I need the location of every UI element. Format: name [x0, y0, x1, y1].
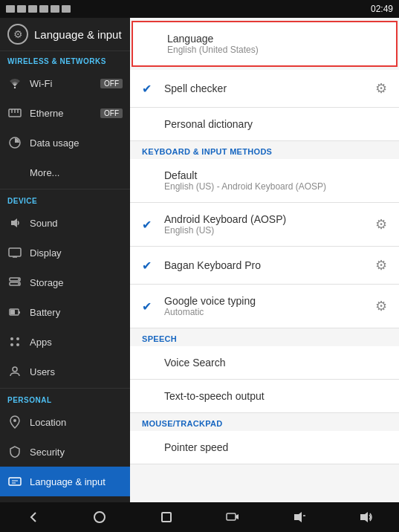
spell-checker-settings-icon[interactable]: ⚙: [375, 80, 387, 97]
sidebar-item-sound-label: Sound: [30, 218, 58, 229]
main-layout: ⚙ Language & input WIRELESS & NETWORKS W…: [0, 18, 399, 502]
divider-device: [0, 189, 130, 189]
svg-marker-6: [11, 218, 17, 227]
sidebar-item-data-usage[interactable]: Data usage: [0, 128, 130, 158]
page-title-icon: ⚙: [7, 24, 28, 45]
sidebar-item-more[interactable]: More...: [0, 158, 130, 187]
default-keyboard-texts: Default English (US) - Android Keyboard …: [164, 169, 387, 192]
tts-item[interactable]: Text-to-speech output: [130, 380, 399, 413]
sidebar-item-language-label: Language & input: [30, 476, 106, 487]
google-voice-typing-item[interactable]: ✔ Google voice typing Automatic ⚙: [130, 285, 399, 328]
google-voice-settings-icon[interactable]: ⚙: [375, 298, 387, 314]
users-icon: [7, 364, 22, 379]
vol-down-button[interactable]: [285, 506, 314, 528]
svg-rect-32: [227, 513, 236, 520]
svg-point-18: [16, 337, 19, 340]
sidebar-item-storage-label: Storage: [30, 277, 64, 288]
android-keyboard-settings-icon[interactable]: ⚙: [375, 216, 387, 233]
language-item[interactable]: Language English (United States): [132, 21, 398, 67]
android-keyboard-subtitle: English (US): [164, 225, 368, 236]
default-keyboard-title: Default: [164, 169, 387, 181]
display-icon: [7, 245, 22, 260]
sidebar-item-language-input[interactable]: Language & input: [0, 467, 130, 496]
divider-personal: [0, 388, 130, 389]
sidebar-item-display[interactable]: Display: [0, 238, 130, 267]
personal-dictionary-item[interactable]: Personal dictionary: [130, 108, 399, 141]
status-icon-1: [6, 5, 15, 13]
data-usage-icon: [7, 135, 22, 150]
personal-dict-texts: Personal dictionary: [164, 118, 387, 130]
content-area: Language English (United States) ✔ Spell…: [130, 18, 399, 502]
svg-point-20: [16, 343, 19, 346]
tts-texts: Text-to-speech output: [164, 390, 387, 402]
sound-icon: [7, 215, 22, 230]
mouse-section-header: MOUSE/TRACKPAD: [130, 413, 399, 431]
back-button[interactable]: [19, 506, 48, 528]
svg-rect-31: [162, 513, 171, 522]
android-keyboard-title: Android Keyboard (AOSP): [164, 213, 368, 225]
nav-bar: [0, 502, 399, 532]
sidebar-item-sound[interactable]: Sound: [0, 208, 130, 238]
svg-marker-36: [360, 512, 368, 522]
svg-point-22: [13, 419, 16, 422]
recent-button[interactable]: [152, 506, 181, 528]
sidebar-item-apps[interactable]: Apps: [0, 327, 130, 357]
svg-marker-34: [294, 512, 302, 522]
ethernet-icon: [7, 106, 22, 120]
sidebar-item-more-label: More...: [30, 167, 59, 178]
sidebar-item-display-label: Display: [30, 247, 62, 259]
sidebar-item-backup-reset[interactable]: Backup & reset: [0, 496, 130, 502]
sidebar-item-battery[interactable]: Battery: [0, 297, 130, 327]
sidebar-item-data-label: Data usage: [30, 137, 80, 149]
spell-checker-item[interactable]: ✔ Spell checker ⚙: [130, 70, 399, 108]
default-keyboard-item[interactable]: Default English (US) - Android Keyboard …: [130, 159, 399, 203]
section-wireless: WIRELESS & NETWORKS: [0, 51, 130, 68]
android-keyboard-texts: Android Keyboard (AOSP) English (US): [164, 213, 368, 236]
voice-search-texts: Voice Search: [164, 357, 387, 369]
sidebar-item-security-label: Security: [30, 447, 65, 458]
wifi-toggle[interactable]: OFF: [100, 79, 123, 88]
voice-search-item[interactable]: Voice Search: [130, 346, 399, 380]
svg-point-17: [10, 337, 13, 340]
google-voice-texts: Google voice typing Automatic: [164, 295, 368, 317]
section-personal: PERSONAL: [0, 390, 130, 407]
page-title-section: ⚙ Language & input: [0, 18, 130, 51]
sidebar-item-battery-label: Battery: [30, 307, 60, 318]
bagan-keyboard-settings-icon[interactable]: ⚙: [375, 257, 387, 273]
sidebar-item-ethernet[interactable]: Etherne OFF: [0, 98, 130, 128]
bagan-keyboard-title: Bagan Keyboard Pro: [164, 259, 368, 271]
bagan-keyboard-texts: Bagan Keyboard Pro: [164, 259, 368, 271]
svg-rect-23: [9, 478, 21, 485]
sidebar-item-storage[interactable]: Storage: [0, 267, 130, 297]
home-button[interactable]: [85, 506, 114, 528]
sidebar-item-location[interactable]: Location: [0, 407, 130, 437]
sidebar-item-users[interactable]: Users: [0, 357, 130, 386]
android-keyboard-check-icon: ✔: [142, 218, 157, 232]
ethernet-toggle[interactable]: OFF: [100, 108, 123, 118]
spell-checker-check-icon: ✔: [142, 82, 157, 96]
camera-button[interactable]: [218, 506, 247, 528]
svg-rect-7: [9, 248, 21, 256]
sidebar-item-wifi[interactable]: Wi-Fi OFF: [0, 68, 130, 98]
sidebar-item-security[interactable]: Security: [0, 437, 130, 467]
spell-checker-title: Spell checker: [164, 82, 368, 94]
svg-point-12: [18, 279, 19, 280]
svg-point-19: [10, 343, 13, 346]
vol-up-button[interactable]: [351, 506, 380, 528]
language-item-texts: Language English (United States): [167, 33, 384, 55]
android-keyboard-item[interactable]: ✔ Android Keyboard (AOSP) English (US) ⚙: [130, 203, 399, 247]
status-bar-left-icons: [6, 5, 71, 13]
status-icon-3: [28, 5, 37, 13]
google-voice-check-icon: ✔: [142, 299, 157, 314]
location-icon: [7, 415, 22, 429]
pointer-speed-item[interactable]: Pointer speed: [130, 431, 399, 464]
bagan-keyboard-item[interactable]: ✔ Bagan Keyboard Pro ⚙: [130, 247, 399, 285]
status-bar: 02:49: [0, 0, 399, 18]
keyboard-section-header: KEYBOARD & INPUT METHODS: [130, 141, 399, 159]
speech-section-header: SPEECH: [130, 328, 399, 346]
sidebar-item-location-label: Location: [30, 417, 66, 428]
status-time: 02:49: [371, 4, 393, 14]
svg-point-13: [18, 283, 19, 285]
storage-icon: [7, 275, 22, 290]
section-device: DEVICE: [0, 191, 130, 208]
